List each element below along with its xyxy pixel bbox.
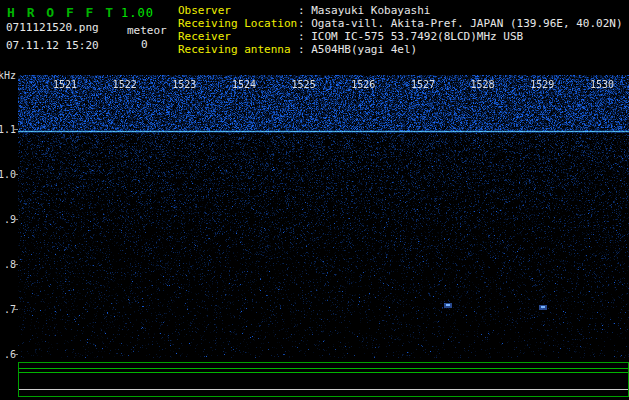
info-value: : Masayuki Kobayashi	[298, 4, 430, 17]
time-tick-label: 1530	[590, 79, 614, 90]
info-label: Receiving antenna	[178, 43, 298, 56]
info-value: : ICOM IC-575 53.7492(8LCD)MHz USB	[298, 30, 523, 43]
time-tick-label: 1529	[530, 79, 554, 90]
frequency-axis: kHz1.11.0.9.8.7.6	[0, 0, 18, 400]
info-value: : Ogata-vill. Akita-Pref. JAPAN (139.96E…	[298, 17, 623, 30]
station-info: Observer: Masayuki KobayashiReceiving Lo…	[178, 4, 623, 56]
info-label: Receiver	[178, 30, 298, 43]
freq-tick-mark	[14, 264, 18, 265]
freq-tick-mark	[14, 129, 18, 130]
info-label: Receiving Location	[178, 17, 298, 30]
time-tick-label: 1523	[172, 79, 196, 90]
strip-line	[19, 372, 628, 373]
time-tick-label: 1528	[471, 79, 495, 90]
strip-line	[19, 368, 628, 369]
spectrogram-canvas	[18, 75, 629, 358]
time-tick-label: 1524	[232, 79, 256, 90]
freq-tick-mark	[14, 219, 18, 220]
signal-level-strip	[18, 362, 629, 397]
station-info-row: Receiver: ICOM IC-575 53.7492(8LCD)MHz U…	[178, 30, 623, 43]
time-tick-label: 1522	[113, 79, 137, 90]
timestamp: 07.11.12 15:20	[6, 39, 99, 52]
hrofft-screen: H R O F F T1.00 0711121520.png meteor 0 …	[0, 0, 629, 400]
time-axis: 1521152215231524152515261527152815291530	[0, 79, 629, 91]
time-tick-label: 1526	[351, 79, 375, 90]
time-tick-label: 1527	[411, 79, 435, 90]
station-info-row: Receiving antenna: A504HB(yagi 4el)	[178, 43, 623, 56]
mode-label: meteor	[127, 24, 167, 37]
freq-tick-mark	[14, 309, 18, 310]
time-tick-label: 1525	[292, 79, 316, 90]
strip-line	[19, 389, 628, 390]
app-version: 1.00	[121, 6, 154, 20]
time-tick-label: 1521	[53, 79, 77, 90]
app-logo-letters: H R O F F T	[7, 5, 115, 20]
meteor-count: 0	[141, 38, 148, 51]
info-value: : A504HB(yagi 4el)	[298, 43, 417, 56]
freq-tick-mark	[14, 174, 18, 175]
app-logo: H R O F F T1.00	[7, 2, 154, 21]
station-info-row: Observer: Masayuki Kobayashi	[178, 4, 623, 17]
station-info-row: Receiving Location: Ogata-vill. Akita-Pr…	[178, 17, 623, 30]
freq-tick-mark	[14, 354, 18, 355]
info-label: Observer	[178, 4, 298, 17]
output-filename: 0711121520.png	[6, 21, 99, 34]
